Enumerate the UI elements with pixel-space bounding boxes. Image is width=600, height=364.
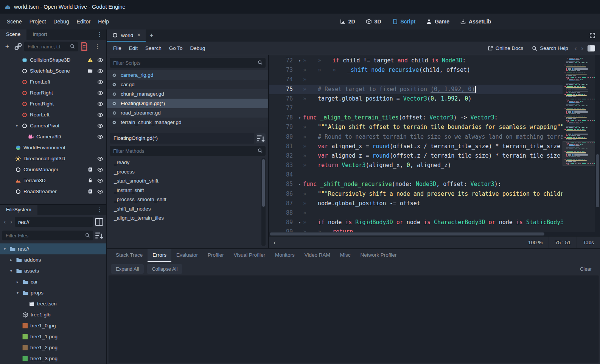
scripts-panel-toggle-icon[interactable]: [586, 43, 596, 53]
instantiate-scene-button[interactable]: [13, 42, 23, 51]
debugger-tab-misc[interactable]: Misc: [335, 249, 356, 262]
tab-import[interactable]: Import: [26, 29, 53, 40]
fold-arrow[interactable]: ▾: [296, 180, 303, 189]
method-item-start-smooth-shift[interactable]: _start_smooth_shift: [110, 177, 266, 186]
code-line-85[interactable]: 85▾func _shift_node_recursive(node: Node…: [269, 180, 563, 189]
code-line-86[interactable]: 86»"""Recursively shift a node and prese…: [269, 189, 563, 199]
method-item-instant-shift[interactable]: _instant_shift: [110, 186, 266, 195]
visibility-toggle-icon[interactable]: [97, 189, 103, 195]
method-item-ready[interactable]: _ready: [110, 158, 266, 167]
code-hscrollbar[interactable]: [269, 232, 600, 236]
scene-node-worldenvironment[interactable]: WorldEnvironment: [0, 142, 106, 153]
detach-script-button[interactable]: [79, 42, 89, 51]
script-item-camera-rig-gd[interactable]: camera_rig.gd: [107, 70, 268, 80]
debugger-tab-monitors[interactable]: Monitors: [270, 249, 300, 262]
code-line-72[interactable]: 72▾»»if child != target and child is Nod…: [269, 56, 563, 65]
debugger-tab-visual-profiler[interactable]: Visual Profiler: [229, 249, 270, 262]
tab-scene[interactable]: Scene: [0, 29, 26, 40]
zoom-level[interactable]: 100 %: [522, 237, 549, 248]
code-line-73[interactable]: 73»»»_shift_node_recursive(child, offset…: [269, 65, 563, 75]
script-item-floatingorigin-gd[interactable]: FloatingOrigin.gd(*): [107, 99, 268, 108]
script-item-terrain-chunk-manager-gd[interactable]: terrain_chunk_manager.gd: [107, 118, 268, 127]
scene-node-rearright[interactable]: RearRight: [0, 87, 106, 98]
script-menu-file[interactable]: File: [109, 43, 125, 53]
scene-node-terrain3d[interactable]: Terrain3D: [0, 175, 106, 186]
code-line-82[interactable]: 82»var aligned_z = round(offset.z / terr…: [269, 151, 563, 161]
workspace-3d[interactable]: 3D: [362, 17, 385, 26]
split-mode-icon[interactable]: [94, 217, 104, 227]
collapse-all-button[interactable]: Collapse All: [147, 264, 182, 274]
scene-dock-menu-icon[interactable]: ⋮: [93, 29, 106, 40]
method-item-process-smooth-shift[interactable]: _process_smooth_shift: [110, 195, 266, 204]
history-forward-icon[interactable]: ›: [9, 218, 14, 226]
expand-arrow[interactable]: ▸: [15, 280, 20, 284]
code-line-88[interactable]: 88»: [269, 208, 563, 218]
scene-node-roadstreamer[interactable]: RoadStreamer: [0, 186, 106, 197]
workspace-2d[interactable]: 2D: [336, 17, 359, 26]
filter-methods-input[interactable]: [110, 146, 266, 156]
indent-mode[interactable]: Tabs: [577, 237, 600, 248]
scene-node-sketchfab-scene[interactable]: Sketchfab_Scene: [0, 65, 106, 76]
file-item-tree1-3-png[interactable]: tree1_3.png: [0, 353, 106, 364]
script-history-forward-icon[interactable]: ›: [580, 45, 585, 52]
filter-files-input[interactable]: [2, 231, 93, 240]
workspace-game[interactable]: Game: [422, 17, 454, 26]
script-item-chunk-manager-gd[interactable]: chunk_manager.gd: [107, 89, 268, 99]
code-editor[interactable]: 72▾»»if child != target and child is Nod…: [269, 55, 563, 232]
vscroll-thumb[interactable]: [596, 154, 599, 207]
visibility-toggle-icon[interactable]: [97, 178, 103, 184]
code-line-77[interactable]: 77: [269, 104, 563, 113]
file-item-car[interactable]: ▸car: [0, 276, 106, 287]
search-help-button[interactable]: Search Help: [528, 43, 571, 53]
menu-debug[interactable]: Debug: [50, 16, 73, 27]
online-docs-button[interactable]: Online Docs: [484, 43, 527, 53]
scene-node-collisionshape3d[interactable]: CollisionShape3D: [0, 54, 106, 65]
fold-arrow[interactable]: ▾: [296, 218, 303, 227]
file-item-props[interactable]: ▾props: [0, 287, 106, 298]
code-line-78[interactable]: 78▾func _align_to_terrain_tiles(offset: …: [269, 113, 563, 122]
expand-arrow[interactable]: ▾: [14, 124, 19, 128]
scene-node-frontright[interactable]: FrontRight: [0, 98, 106, 109]
filter-scripts-input[interactable]: [110, 58, 266, 68]
script-item-car-gd[interactable]: car.gd: [107, 80, 268, 89]
visibility-toggle-icon[interactable]: [97, 112, 103, 118]
scene-toolbar-menu-icon[interactable]: ⋮: [91, 42, 104, 51]
code-line-87[interactable]: 87»node.global_position -= offset: [269, 199, 563, 208]
expand-arrow[interactable]: ▾: [15, 291, 20, 295]
script-menu-debug[interactable]: Debug: [187, 43, 209, 53]
visibility-toggle-icon[interactable]: [97, 156, 103, 162]
file-item-addons[interactable]: ▸addons: [0, 254, 106, 265]
visibility-toggle-icon[interactable]: [97, 90, 103, 96]
scene-node-camera3d[interactable]: Camera3D: [0, 131, 106, 142]
code-line-90[interactable]: 90»»return: [269, 227, 563, 232]
expand-arrow[interactable]: ▾: [9, 269, 14, 273]
code-line-74[interactable]: 74»: [269, 75, 563, 84]
method-item-process[interactable]: _process: [110, 167, 266, 177]
menu-scene[interactable]: Scene: [3, 16, 26, 27]
menu-editor[interactable]: Editor: [73, 16, 95, 27]
code-line-89[interactable]: 89▾»if node is RigidBody3D or node is Ch…: [269, 218, 563, 227]
history-back-icon[interactable]: ‹: [2, 218, 8, 226]
minimap-viewport[interactable]: [563, 141, 595, 166]
visibility-toggle-icon[interactable]: [97, 123, 103, 129]
scene-node-chunkmanager[interactable]: ChunkManager: [0, 164, 106, 175]
script-history-back-icon[interactable]: ‹: [573, 45, 578, 52]
expand-all-button[interactable]: Expand All: [111, 264, 144, 274]
method-item-align-to-terrain-tiles[interactable]: _align_to_terrain_tiles: [110, 214, 266, 223]
script-menu-go-to[interactable]: Go To: [165, 43, 187, 53]
code-line-75[interactable]: 75»# Reset target to fixed position (0, …: [269, 85, 563, 94]
method-item-shift-all-nodes[interactable]: _shift_all_nodes: [110, 204, 266, 214]
close-tab-icon[interactable]: ×: [137, 32, 140, 39]
code-minimap[interactable]: [563, 55, 595, 232]
method-sort-icon[interactable]: [256, 133, 266, 143]
scene-node-rearleft[interactable]: RearLeft: [0, 109, 106, 120]
hscroll-thumb[interactable]: [270, 232, 544, 235]
code-line-76[interactable]: 76»target.global_position = Vector3(0, 1…: [269, 94, 563, 104]
script-menu-edit[interactable]: Edit: [125, 43, 141, 53]
fold-arrow[interactable]: ▾: [296, 56, 303, 65]
debugger-tab-errors[interactable]: Errors: [148, 249, 171, 262]
debugger-tab-network-profiler[interactable]: Network Profiler: [355, 249, 401, 262]
scene-tab-world[interactable]: world ×: [107, 29, 146, 42]
method-list-scrollbar[interactable]: [261, 158, 266, 246]
path-input[interactable]: [15, 217, 93, 227]
